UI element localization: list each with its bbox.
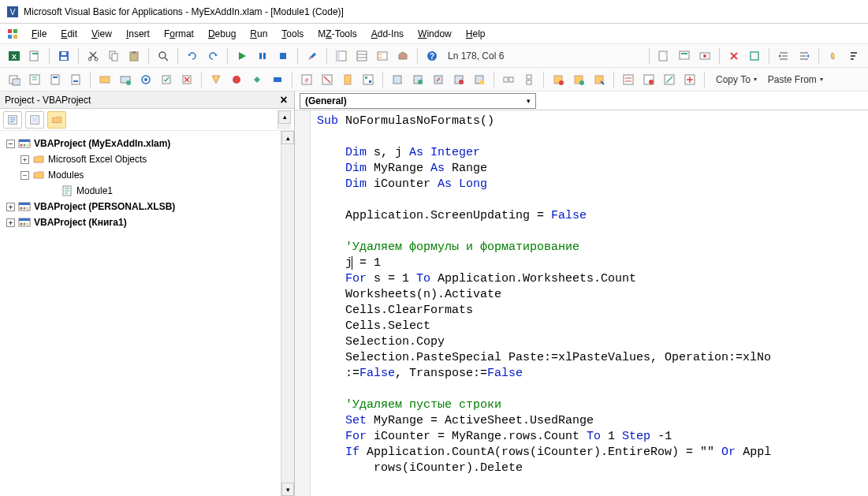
mz-icon-a4[interactable] [66,70,85,89]
insert-module-icon[interactable] [25,47,44,65]
run-icon[interactable] [233,47,251,65]
mz-sort-icon[interactable] [844,47,863,65]
scroll-up-icon[interactable]: ▴ [281,131,294,144]
mz-icon-b1[interactable] [95,70,114,89]
menu-view[interactable]: View [85,25,118,43]
undo-icon[interactable] [183,47,202,65]
mz-icon-d4[interactable] [359,70,378,89]
mz-new-procedure-icon[interactable] [654,47,673,65]
mz-tool-icon-4[interactable] [725,47,743,65]
mz-icon-e3[interactable] [429,70,448,89]
menu-insert[interactable]: Insert [120,25,156,43]
mz-icon-h3[interactable] [660,70,679,89]
find-icon[interactable] [154,47,173,65]
paste-icon[interactable] [125,47,143,65]
mz-icon-c3[interactable] [248,70,266,89]
reset-icon[interactable] [274,47,292,65]
code-editor[interactable]: Sub NoFormulasNoFormats() Dim s, j As In… [311,110,868,496]
mz-icon-b4[interactable] [157,70,176,89]
mz-tool-icon-3[interactable] [695,47,714,65]
vba-icon [18,216,31,229]
toggle-folders-icon[interactable] [47,111,66,129]
scrollbar-vertical[interactable]: ▴ ▾ [281,131,294,496]
toolbox-icon[interactable] [393,47,412,65]
view-object-icon[interactable] [25,111,44,129]
indent-right-icon[interactable] [795,47,814,65]
paste-from-dropdown[interactable]: Paste From▾ [762,71,826,88]
mz-icon-e1[interactable] [388,70,407,89]
menu-addins[interactable]: Add-Ins [365,25,410,43]
mz-icon-e4[interactable] [449,70,468,89]
mz-icon-b3[interactable] [136,70,155,89]
scroll-up-icon[interactable]: ▴ [278,110,291,124]
mz-icon-a1[interactable] [5,70,24,89]
mz-icon-e5[interactable] [470,70,489,89]
mz-icon-h4[interactable] [680,70,699,89]
menu-tools[interactable]: Tools [275,25,310,43]
project-tree[interactable]: −VBAProject (MyExAddIn.xlam)+Microsoft E… [0,131,281,496]
expand-toggle-icon[interactable]: + [20,155,29,164]
mz-icon-b2[interactable] [116,70,135,89]
menu-edit[interactable]: Edit [54,25,84,43]
design-mode-icon[interactable] [303,47,322,65]
mz-icon-b5[interactable] [177,70,196,89]
mz-icon-g3[interactable] [590,70,609,89]
mz-icon-a3[interactable] [46,70,65,89]
menu-format[interactable]: Format [158,25,200,43]
mz-icon-c1[interactable] [207,70,225,89]
mz-hand-icon[interactable] [824,47,843,65]
tree-item[interactable]: +VBAProject (Книга1) [3,214,278,230]
menu-run[interactable]: Run [244,25,274,43]
copy-icon[interactable] [104,47,123,65]
indent-left-icon[interactable] [774,47,793,65]
scroll-down-icon[interactable]: ▾ [281,483,294,496]
tree-item[interactable]: −VBAProject (MyExAddIn.xlam) [3,136,278,151]
separator [494,72,494,88]
object-browser-icon[interactable] [373,47,392,65]
copy-to-dropdown[interactable]: Copy To▾ [710,71,760,88]
mz-icon-f2[interactable] [520,70,538,89]
menu-mztools[interactable]: MZ-Tools [311,25,363,43]
redo-icon[interactable] [203,47,222,65]
save-icon[interactable] [54,47,73,65]
mz-icon-d1[interactable]: # [297,70,316,89]
mz-tools-icon[interactable] [5,28,20,40]
tree-item[interactable]: Module1 [3,183,278,199]
mz-tool-icon-2[interactable] [675,47,694,65]
mz-icon-d3[interactable] [338,70,357,89]
tree-item[interactable]: +VBAProject (PERSONAL.XLSB) [3,199,278,214]
mz-icon-c2[interactable] [227,70,246,89]
help-icon[interactable]: ? [423,47,441,65]
code-margin[interactable] [295,110,311,496]
menu-help[interactable]: Help [460,25,492,43]
break-icon[interactable] [253,47,272,65]
mz-icon-d2[interactable] [318,70,337,89]
mz-icon-c4[interactable] [268,70,287,89]
menu-debug[interactable]: Debug [202,25,242,43]
menu-window[interactable]: Window [412,25,458,43]
menu-file[interactable]: File [25,25,53,43]
close-icon[interactable]: × [277,93,291,107]
view-code-icon[interactable] [3,111,22,129]
menu-edit-label: dit [67,28,77,39]
mz-icon-e2[interactable] [408,70,427,89]
cut-icon[interactable] [84,47,102,65]
tree-item[interactable]: −Modules [3,167,278,183]
mz-icon-g2[interactable] [569,70,588,89]
mz-icon-g1[interactable] [549,70,568,89]
mz-icon-f1[interactable] [499,70,518,89]
mz-icon-a2[interactable] [25,70,44,89]
project-explorer-icon[interactable] [332,47,351,65]
expand-toggle-icon[interactable]: − [20,171,29,180]
mz-icon-h2[interactable] [639,70,658,89]
mz-icon-h1[interactable] [619,70,638,89]
excel-icon[interactable]: X [5,47,24,65]
properties-icon[interactable] [352,47,371,65]
expand-toggle-icon[interactable]: + [6,218,15,227]
object-combo[interactable]: (General) ▾ [300,93,536,109]
tree-item[interactable]: +Microsoft Excel Objects [3,151,278,167]
expand-toggle-icon[interactable]: + [6,203,15,211]
expand-toggle-icon[interactable]: − [6,140,15,148]
tree-item-label: Module1 [76,185,113,196]
mz-tool-icon-5[interactable] [745,47,764,65]
